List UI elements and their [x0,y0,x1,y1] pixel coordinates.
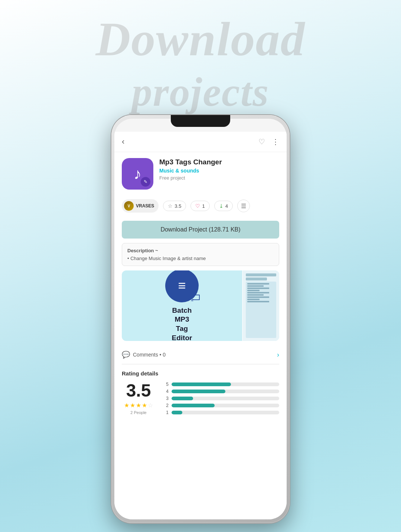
bar-track [172,411,279,414]
thumb-bar-2 [246,278,267,280]
rating-value: 3.5 [175,203,181,209]
author-name: VRASES [136,203,154,208]
comments-label: Comments • 0 [133,352,166,358]
app-icon: ♪ ✎ [122,158,153,190]
star-4-half: ★ [142,402,147,409]
back-button[interactable]: ‹ [122,137,124,147]
star-icon: ☆ [168,203,173,209]
thumb-line-5 [247,292,269,293]
rating-content: 3.5 ★ ★ ★ ★ ☆ 2 People [122,382,279,415]
screenshot-thumbnail [242,270,279,341]
bar-label: 3 [164,396,169,401]
bar-fill [172,397,193,400]
star-1: ★ [124,402,129,409]
top-bar-actions: ♡ ⋮ [258,137,279,146]
bar-fill [172,390,225,393]
app-category: Music & sounds [159,168,279,174]
author-badge[interactable]: V VRASES [122,199,159,213]
description-title: Description ~ [127,248,274,253]
download-icon: ⤓ [219,203,224,209]
thumb-line-7 [247,296,269,298]
rating-bar-row: 5 [164,382,279,387]
downloads-badge[interactable]: ⤓ 4 [214,201,233,211]
app-info-section: ♪ ✎ Mp3 Tags Changer Music & sounds Free… [114,152,287,196]
comments-left: 💬 Comments • 0 [122,351,166,359]
edit-icon: ✎ [141,177,150,187]
downloads-count: 4 [225,203,228,209]
comments-chevron[interactable]: › [277,351,279,359]
thumb-line-8 [247,299,260,300]
screenshot-main: ≡ 🏷 BatchMP3TagEditor [122,270,242,341]
message-button[interactable]: ☰ [237,200,250,212]
rating-people: 2 People [130,410,146,415]
star-3: ★ [136,402,141,409]
rating-title: Rating details [122,370,279,377]
bar-label: 4 [164,389,169,394]
bar-label: 5 [164,382,169,387]
top-bar: ‹ ♡ ⋮ [114,132,287,152]
star-5-empty: ☆ [148,402,153,409]
rating-number: 3.5 [126,382,151,400]
rating-bar-row: 2 [164,403,279,408]
like-icon: ♡ [195,203,200,209]
rating-bars: 54321 [164,382,279,415]
rating-bar-row: 1 [164,410,279,415]
description-text: • Change Music Image & artist name [127,256,274,261]
author-avatar: V [124,201,134,211]
comments-row: 💬 Comments • 0 › [114,345,287,364]
phone-outer: ‹ ♡ ⋮ ♪ ✎ Mp3 Tags Changer Music & sound… [111,115,290,523]
rating-section: Rating details 3.5 ★ ★ ★ ★ ☆ 2 People [114,364,287,421]
bar-label: 1 [164,410,169,415]
bar-fill [172,404,215,407]
thumb-content [246,282,276,338]
message-icon: ☰ [241,203,246,210]
thumb-bar-1 [246,273,276,276]
description-box: Description ~ • Change Music Image & art… [122,243,279,266]
thumb-line-4 [247,290,260,291]
rating-bar-row: 3 [164,396,279,401]
thumb-line-2 [247,285,264,287]
screen-content: ‹ ♡ ⋮ ♪ ✎ Mp3 Tags Changer Music & sound… [114,132,287,519]
star-2: ★ [130,402,135,409]
app-price: Free project [159,175,279,181]
music-note-icon: ♪ [134,165,141,183]
download-project-button[interactable]: Download Project (128.71 KB) [122,221,279,239]
tag-icon: 🏷 [190,292,200,304]
bar-track [172,390,279,393]
app-details: Mp3 Tags Changer Music & sounds Free pro… [159,158,279,181]
background-title-projects: projects [0,69,401,116]
bar-track [172,397,279,400]
thumb-line-9 [247,301,269,302]
background-title-download: Download [0,11,401,67]
bar-fill [172,382,231,386]
favorite-button[interactable]: ♡ [258,137,265,146]
app-logo-wrapper: ≡ 🏷 [165,270,199,302]
stars-row: ★ ★ ★ ★ ☆ [124,402,153,409]
more-options-button[interactable]: ⋮ [272,137,279,146]
phone-notch [171,115,230,127]
rating-score: 3.5 ★ ★ ★ ★ ☆ 2 People [122,382,155,415]
phone-screen: ‹ ♡ ⋮ ♪ ✎ Mp3 Tags Changer Music & sound… [114,119,287,519]
bar-label: 2 [164,403,169,408]
thumb-line-3 [247,288,269,289]
bar-track [172,404,279,407]
likes-count: 1 [202,203,205,209]
comments-icon: 💬 [122,351,130,359]
rating-bar-row: 4 [164,389,279,394]
screenshot-app-title: BatchMP3TagEditor [172,306,192,341]
thumb-line-6 [247,294,264,296]
thumb-line-1 [247,283,269,285]
phone-mockup: ‹ ♡ ⋮ ♪ ✎ Mp3 Tags Changer Music & sound… [111,115,290,523]
screenshots-section: ≡ 🏷 BatchMP3TagEditor [122,270,279,341]
stats-row: V VRASES ☆ 3.5 ♡ 1 ⤓ 4 [114,196,287,216]
music-lines-icon: ≡ [178,278,186,293]
likes-badge[interactable]: ♡ 1 [190,201,209,211]
app-name: Mp3 Tags Changer [159,158,279,166]
rating-badge[interactable]: ☆ 3.5 [163,201,186,211]
bar-fill [172,411,182,414]
bar-track [172,382,279,386]
